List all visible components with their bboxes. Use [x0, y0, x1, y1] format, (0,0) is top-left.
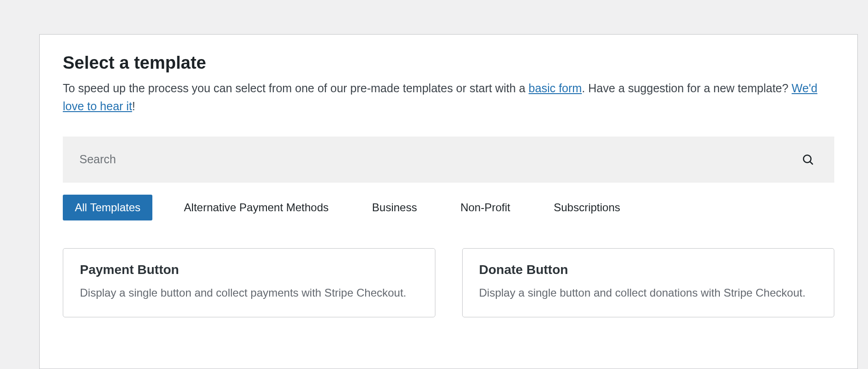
search-input[interactable] [79, 137, 798, 183]
desc-text-2: . Have a suggestion for a new template? [582, 82, 791, 95]
svg-line-1 [810, 161, 812, 164]
template-cards: Payment Button Display a single button a… [63, 248, 834, 317]
category-tabs: All Templates Alternative Payment Method… [63, 195, 834, 220]
card-description: Display a single button and collect paym… [80, 285, 418, 301]
tab-alternative-payment-methods[interactable]: Alternative Payment Methods [172, 195, 341, 220]
desc-text-3: ! [132, 100, 135, 113]
page-title: Select a template [63, 53, 834, 73]
template-card-donate-button[interactable]: Donate Button Display a single button an… [462, 248, 835, 317]
search-button[interactable] [798, 150, 818, 169]
card-title: Donate Button [479, 262, 818, 277]
tab-business[interactable]: Business [360, 195, 429, 220]
page-description: To speed up the process you can select f… [63, 79, 834, 115]
card-title: Payment Button [80, 262, 418, 277]
desc-text-1: To speed up the process you can select f… [63, 82, 529, 95]
search-icon [802, 154, 814, 166]
card-description: Display a single button and collect dona… [479, 285, 818, 301]
template-card-payment-button[interactable]: Payment Button Display a single button a… [63, 248, 435, 317]
template-selector-panel: Select a template To speed up the proces… [39, 34, 858, 369]
search-bar [63, 137, 834, 183]
tab-subscriptions[interactable]: Subscriptions [542, 195, 632, 220]
tab-all-templates[interactable]: All Templates [63, 195, 152, 220]
tab-non-profit[interactable]: Non-Profit [448, 195, 522, 220]
basic-form-link[interactable]: basic form [529, 82, 582, 95]
